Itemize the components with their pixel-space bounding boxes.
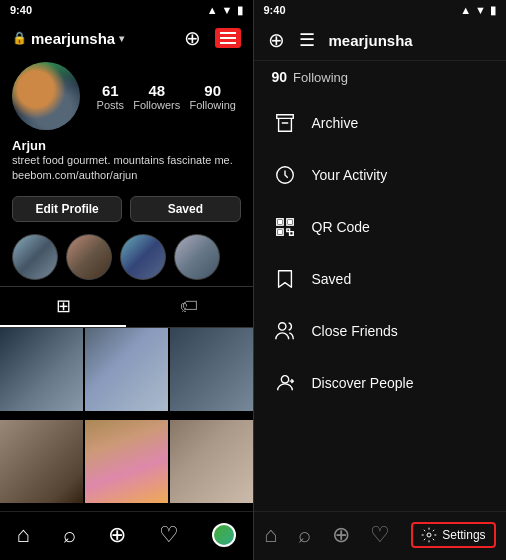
left-panel: 9:40 ▲ ▼ ▮ 🔒 mearjunsha ▾ ⊕ 61 Posts (0, 0, 253, 560)
bio-line-2: beebom.com/author/arjun (12, 168, 241, 183)
highlight-3[interactable] (120, 234, 166, 280)
wifi-icon-r: ▼ (475, 4, 486, 16)
right-menu-icon[interactable]: ☰ (299, 29, 315, 51)
settings-gear-icon (421, 527, 437, 543)
menu-item-archive[interactable]: Archive (254, 97, 507, 149)
qr-label: QR Code (312, 219, 370, 235)
nav-profile[interactable] (204, 521, 244, 549)
highlight-2[interactable] (66, 234, 112, 280)
svg-rect-5 (288, 221, 291, 224)
status-icons-right: ▲ ▼ ▮ (460, 4, 496, 17)
status-icons-left: ▲ ▼ ▮ (207, 4, 243, 17)
grid-photo-1[interactable] (0, 328, 83, 411)
profile-info: 61 Posts 48 Followers 90 Following (0, 56, 253, 136)
right-username: mearjunsha (329, 32, 493, 49)
signal-icon-r: ▲ (460, 4, 471, 16)
edit-profile-button[interactable]: Edit Profile (12, 196, 122, 222)
settings-label: Settings (442, 528, 485, 542)
display-name: Arjun (12, 138, 241, 153)
menu-button[interactable] (215, 28, 241, 48)
nav-add[interactable]: ⊕ (100, 520, 134, 550)
nav-heart[interactable]: ♡ (151, 520, 187, 550)
right-panel: 9:40 ▲ ▼ ▮ ⊕ ☰ mearjunsha 90 Following A… (254, 0, 507, 560)
highlight-1[interactable] (12, 234, 58, 280)
right-add-icon[interactable]: ⊕ (268, 28, 285, 52)
right-home-icon: ⌂ (264, 522, 277, 548)
activity-label: Your Activity (312, 167, 388, 183)
grid-photo-5[interactable] (85, 420, 168, 503)
followers-label: Followers (133, 99, 180, 111)
highlights-row (0, 228, 253, 286)
avatar-image (12, 62, 80, 130)
status-bar-right: 9:40 ▲ ▼ ▮ (254, 0, 507, 20)
following-count: 90 (204, 82, 221, 99)
photo-grid (0, 328, 253, 511)
avatar (12, 62, 80, 130)
highlight-circle-3 (120, 234, 166, 280)
home-icon: ⌂ (16, 522, 29, 548)
saved-label: Saved (312, 271, 352, 287)
discover-label: Discover People (312, 375, 414, 391)
followers-count: 48 (148, 82, 165, 99)
grid-photo-4[interactable] (0, 420, 83, 503)
tab-tagged[interactable]: 🏷 (126, 287, 252, 327)
stat-following: 90 Following (189, 82, 235, 111)
bottom-nav-right: ⌂ ⌕ ⊕ ♡ Settings (254, 511, 507, 560)
time-right: 9:40 (264, 4, 286, 16)
svg-point-7 (278, 323, 285, 330)
settings-button[interactable]: Settings (411, 522, 495, 548)
right-following-label: Following (293, 70, 348, 85)
menu-item-activity[interactable]: Your Activity (254, 149, 507, 201)
add-icon: ⊕ (108, 522, 126, 548)
svg-point-8 (281, 376, 288, 383)
menu-item-saved[interactable]: Saved (254, 253, 507, 305)
grid-photo-6[interactable] (170, 420, 253, 503)
lock-icon: 🔒 (12, 31, 27, 45)
menu-item-qr[interactable]: QR Code (254, 201, 507, 253)
saved-button[interactable]: Saved (130, 196, 240, 222)
svg-point-9 (427, 533, 431, 537)
stat-followers: 48 Followers (133, 82, 180, 111)
tagged-icon: 🏷 (180, 296, 198, 317)
svg-rect-4 (278, 221, 281, 224)
right-nav-add[interactable]: ⊕ (324, 520, 358, 550)
header-icons: ⊕ (184, 26, 241, 50)
username-label: mearjunsha (31, 30, 115, 47)
grid-photo-2[interactable] (85, 328, 168, 411)
right-nav-search[interactable]: ⌕ (290, 520, 319, 550)
nav-home[interactable]: ⌂ (8, 520, 37, 550)
menu-item-discover[interactable]: Discover People (254, 357, 507, 409)
signal-icon: ▲ (207, 4, 218, 16)
right-heart-icon: ♡ (370, 522, 390, 548)
right-nav-heart[interactable]: ♡ (362, 520, 398, 550)
tab-grid[interactable]: ⊞ (0, 287, 126, 327)
friends-icon (272, 318, 298, 344)
username-area[interactable]: 🔒 mearjunsha ▾ (12, 30, 124, 47)
right-add-nav-icon: ⊕ (332, 522, 350, 548)
activity-icon (272, 162, 298, 188)
right-header-icons: ⊕ ☰ (268, 28, 315, 52)
stat-posts: 61 Posts (97, 82, 125, 111)
nav-search[interactable]: ⌕ (55, 520, 84, 550)
bottom-nav-left: ⌂ ⌕ ⊕ ♡ (0, 511, 253, 560)
friends-label: Close Friends (312, 323, 398, 339)
chevron-down-icon: ▾ (119, 33, 124, 44)
menu-item-close-friends[interactable]: Close Friends (254, 305, 507, 357)
grid-photo-3[interactable] (170, 328, 253, 411)
highlight-circle-2 (66, 234, 112, 280)
right-header: ⊕ ☰ mearjunsha (254, 20, 507, 61)
right-search-icon: ⌕ (298, 522, 311, 548)
profile-avatar-nav (212, 523, 236, 547)
right-nav-home[interactable]: ⌂ (256, 520, 285, 550)
highlight-4[interactable] (174, 234, 220, 280)
archive-icon (272, 110, 298, 136)
settings-button-area[interactable]: Settings (403, 520, 503, 550)
archive-label: Archive (312, 115, 359, 131)
grid-icon: ⊞ (56, 295, 71, 317)
heart-icon: ♡ (159, 522, 179, 548)
bio-section: Arjun street food gourmet. mountains fas… (0, 136, 253, 190)
add-post-icon[interactable]: ⊕ (184, 26, 201, 50)
action-buttons: Edit Profile Saved (0, 190, 253, 228)
status-bar-left: 9:40 ▲ ▼ ▮ (0, 0, 253, 20)
bio-line-1: street food gourmet. mountains fascinate… (12, 153, 241, 168)
